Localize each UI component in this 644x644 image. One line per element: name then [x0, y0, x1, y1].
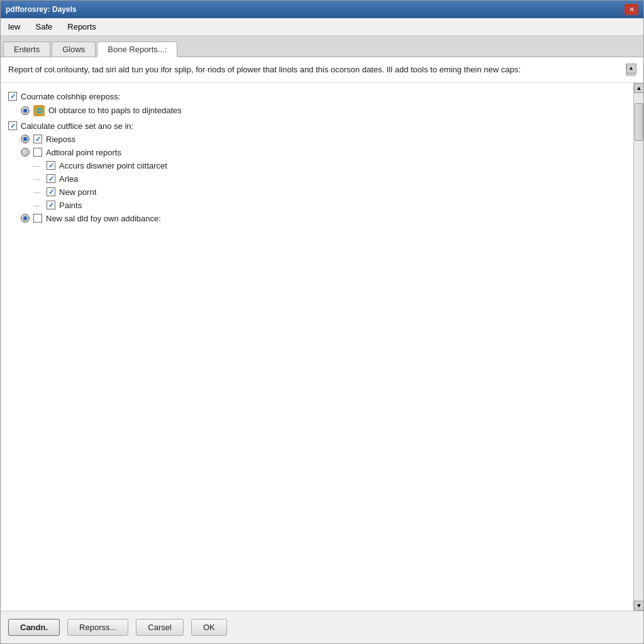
main-scrollbar[interactable]: ▲ ▼ [633, 83, 643, 611]
checkbox-new-pornt[interactable] [47, 187, 55, 196]
button-reporss[interactable]: Reporss... [67, 619, 128, 636]
checkbox-calculate[interactable] [8, 121, 17, 130]
bottom-bar: Candn. Reporss... Carsel OK [1, 611, 643, 643]
main-window: pdfforosrey: Dayels ✕ lew Safe Reports E… [0, 0, 644, 644]
tab-bone-reports[interactable]: Bone Reports...: [97, 42, 177, 57]
checkbox-paints[interactable] [47, 201, 55, 209]
options-panel: Cournate colshhip ereposs: 🌐 Ol obtarce … [1, 83, 633, 611]
title-bar: pdfforosrey: Dayels ✕ [1, 1, 643, 18]
option-accurs: — Accurs diswner point ciittarcet [33, 161, 626, 170]
tab-enterts[interactable]: Enterts [3, 42, 50, 57]
label-arlea: Arlea [59, 174, 78, 184]
option-new-sal: New sal dld foy own addibance: [21, 214, 626, 223]
label-calculate: Calculate cutflice set ano se in: [21, 121, 133, 131]
tree-icon: 🌐 [33, 105, 45, 116]
option-paints: — Paints [33, 201, 626, 210]
option-arlea: — Arlea [33, 174, 626, 184]
checkbox-adtioral[interactable] [33, 148, 42, 157]
option-obtarce: 🌐 Ol obtarce to hto papls to dijntedates [21, 105, 626, 116]
checkbox-new-sal[interactable] [33, 214, 42, 223]
menu-bar: lew Safe Reports [1, 18, 643, 36]
label-rieposs: Rieposs [46, 135, 75, 144]
option-calculate: Calculate cutflice set ano se in: [8, 121, 626, 131]
label-new-sal: New sal dld foy own addibance: [46, 214, 161, 223]
checkbox-rieposs[interactable] [33, 135, 42, 143]
close-button[interactable]: ✕ [625, 4, 638, 15]
option-new-pornt: — New pornt [33, 187, 626, 197]
option-rieposs: Rieposs [21, 135, 626, 144]
label-paints: Paints [59, 201, 82, 210]
button-candn[interactable]: Candn. [8, 619, 60, 636]
button-carsel[interactable]: Carsel [136, 619, 184, 636]
radio-new-sal[interactable] [21, 214, 30, 223]
radio-rieposs[interactable] [21, 135, 30, 143]
scrollbar-thumb[interactable] [635, 103, 643, 141]
scroll-up-btn[interactable]: ▲ [634, 83, 643, 93]
main-scroll-area: Cournate colshhip ereposs: 🌐 Ol obtarce … [1, 83, 643, 611]
label-cournate: Cournate colshhip ereposs: [21, 92, 120, 101]
checkbox-arlea[interactable] [47, 174, 55, 183]
description-text: Report of col.oritounty, tad siri ald tu… [8, 64, 623, 76]
description-scrollbar[interactable]: ▲ [626, 64, 636, 76]
tab-glows[interactable]: Glows [52, 42, 96, 57]
label-obtarce: Ol obtarce to hto papls to dijntedates [48, 106, 182, 115]
radio-adtioral[interactable] [21, 148, 30, 157]
window-title: pdfforosrey: Dayels [6, 5, 77, 14]
description-area: Report of col.oritounty, tad siri ald tu… [1, 57, 643, 83]
menu-item-new[interactable]: lew [6, 21, 23, 33]
label-new-pornt: New pornt [59, 187, 96, 197]
menu-item-reports[interactable]: Reports [65, 21, 99, 33]
scroll-down-btn[interactable]: ▼ [634, 601, 643, 611]
scroll-up-arrow[interactable]: ▲ [626, 64, 636, 74]
label-accurs: Accurs diswner point ciittarcet [59, 161, 167, 170]
button-ok[interactable]: OK [191, 619, 227, 636]
label-adtioral: Adtioral point reports [46, 148, 121, 157]
checkbox-cournate[interactable] [8, 92, 17, 101]
content-area: Report of col.oritounty, tad siri ald tu… [1, 57, 643, 611]
menu-item-safe[interactable]: Safe [33, 21, 55, 33]
radio-obtarce[interactable] [21, 106, 30, 115]
tab-bar: Enterts Glows Bone Reports...: [1, 36, 643, 57]
option-adtioral: Adtioral point reports [21, 148, 626, 157]
checkbox-accurs[interactable] [47, 161, 55, 170]
option-cournate: Cournate colshhip ereposs: [8, 92, 626, 101]
